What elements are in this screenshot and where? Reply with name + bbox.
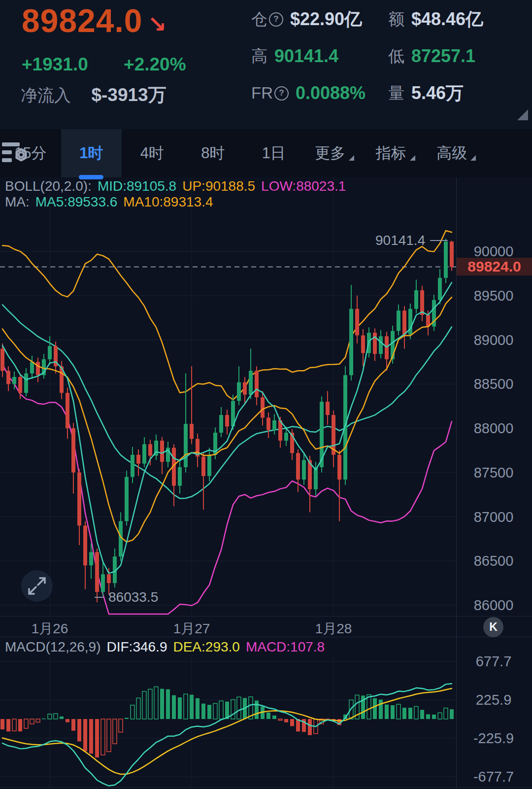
chevron-down-icon	[349, 155, 354, 161]
ma-legend: MA:MA5:89533.6MA10:89313.4	[5, 194, 219, 210]
stat-value: 90141.4	[274, 46, 338, 67]
dif-value: DIF:346.9	[107, 639, 167, 654]
boll-title: BOLL(20,2.0):	[5, 178, 92, 194]
tab-label: 1时	[79, 143, 103, 164]
main-chart[interactable]	[0, 177, 532, 617]
boll-legend: BOLL(20,2.0):MID:89105.8UP:90188.5LOW:88…	[5, 178, 352, 194]
net-inflow-row: 净流入 $-3913万	[21, 83, 166, 107]
high-annotation-text: 90141.4	[375, 233, 425, 248]
low-annotation-text: 86033.5	[108, 589, 158, 605]
high-annotation-pointer	[430, 240, 448, 241]
stat-value: $22.90亿	[290, 7, 362, 32]
price-down-arrow-icon: ↘	[148, 11, 167, 37]
ma5-value: MA5:89533.6	[35, 194, 118, 209]
chart-settings-button[interactable]	[487, 129, 532, 177]
tab-indicators[interactable]: 指标	[365, 129, 426, 177]
stat-value: 0.0088%	[296, 83, 366, 103]
tab-advanced[interactable]: 高级	[426, 129, 487, 177]
ma-title: MA:	[5, 194, 30, 209]
stat-row-低: 低87257.1	[388, 44, 526, 69]
last-price-axis-badge: 89824.0	[457, 258, 532, 275]
low-annotation-pointer	[95, 597, 103, 598]
price-change: +1931.0	[22, 54, 88, 74]
macd-title: MACD(12,26,9)	[5, 639, 101, 654]
tab-label: 4时	[140, 143, 164, 164]
stats-column-left: 仓?$22.90亿高90141.4FR?0.0088%	[251, 7, 384, 118]
y-axis-label: 88000	[456, 420, 531, 436]
expand-arrows-icon	[21, 570, 53, 602]
y-axis-label: 90000	[456, 243, 531, 259]
net-inflow-value: $-3913万	[91, 85, 166, 105]
macd-value: MACD:107.8	[246, 639, 325, 654]
stat-value: 5.46万	[411, 81, 464, 105]
price-change-row: +1931.0 +2.20%	[22, 54, 186, 75]
macd-axis-label: -225.9	[456, 730, 531, 746]
help-icon[interactable]: ?	[269, 12, 283, 27]
y-axis-label: 89500	[456, 288, 531, 304]
tab-8h[interactable]: 8时	[183, 129, 244, 177]
list-gear-icon	[0, 138, 29, 168]
x-axis-date-label: 1月26	[32, 619, 68, 638]
boll-mid-value: MID:89105.8	[98, 178, 176, 194]
stat-row-仓: 仓?$22.90亿	[251, 7, 384, 32]
screen-bottom-divider	[0, 787, 532, 788]
stat-row-FR: FR?0.0088%	[251, 81, 384, 105]
tab-label: 更多	[315, 143, 345, 164]
y-axis-label: 89000	[456, 332, 531, 348]
stat-value: 87257.1	[411, 46, 475, 67]
boll-up-value: UP:90188.5	[182, 178, 255, 194]
net-inflow-label: 净流入	[21, 86, 71, 104]
stats-column-right: 额$48.46亿低87257.1量5.46万	[388, 7, 526, 118]
stat-row-高: 高90141.4	[251, 44, 384, 69]
stats-expand-triangle[interactable]	[517, 109, 528, 120]
stat-label: 量	[388, 82, 404, 104]
stat-label: 低	[388, 45, 404, 68]
tab-1d[interactable]: 1日	[243, 129, 304, 177]
stat-row-额: 额$48.46亿	[388, 7, 526, 32]
boll-low-value: LOW:88023.1	[261, 178, 346, 194]
chart-bottom-divider	[0, 616, 532, 617]
fullscreen-button[interactable]	[21, 570, 53, 602]
tab-4h[interactable]: 4时	[122, 129, 183, 177]
macd-legend: MACD(12,26,9)DIF:346.9DEA:293.0MACD:107.…	[5, 639, 331, 655]
tab-label: 高级	[436, 143, 467, 164]
k-line-button[interactable]: K	[483, 617, 503, 637]
chevron-down-icon	[470, 155, 476, 161]
help-icon[interactable]: ?	[274, 86, 289, 101]
stat-value: $48.46亿	[411, 7, 483, 32]
y-axis-label: 87000	[456, 509, 531, 525]
chevron-down-icon	[410, 155, 415, 161]
stat-label: 高	[251, 45, 267, 68]
y-axis-label: 86000	[456, 597, 531, 613]
macd-axis-label: 225.9	[456, 692, 531, 708]
last-price-value: 89824.0	[22, 2, 143, 39]
x-axis-date-label: 1月28	[315, 619, 352, 638]
price-header: 89824.0↘ +1931.0 +2.20% 净流入 $-3913万 仓?$2…	[0, 0, 532, 129]
tab-label: 1日	[262, 143, 286, 164]
tab-label: 指标	[376, 143, 406, 164]
y-axis-label: 86500	[456, 553, 531, 569]
macd-axis-label: -677.7	[456, 769, 531, 785]
ma10-value: MA10:89313.4	[123, 194, 213, 209]
stat-label: 额	[388, 8, 404, 31]
high-annotation: 90141.4	[375, 233, 448, 248]
tab-1h[interactable]: 1时	[61, 129, 122, 177]
macd-chart[interactable]	[0, 655, 532, 789]
tab-more[interactable]: 更多	[304, 129, 366, 177]
dea-value: DEA:293.0	[173, 639, 239, 654]
stat-label: FR?	[251, 84, 289, 103]
last-price: 89824.0↘	[22, 2, 167, 39]
price-change-pct: +2.20%	[124, 54, 186, 74]
trading-app-screen: 89824.0↘ +1931.0 +2.20% 净流入 $-3913万 仓?$2…	[0, 0, 532, 789]
y-axis-label: 87500	[456, 465, 531, 480]
stat-label: 仓?	[251, 8, 283, 31]
x-axis-date-label: 1月27	[173, 619, 210, 638]
interval-tab-bar: 15分1时4时8时1日更多指标高级	[0, 129, 532, 177]
macd-top-divider	[0, 637, 532, 637]
y-axis-label: 88500	[456, 376, 531, 392]
tab-label: 8时	[201, 143, 225, 164]
stat-row-量: 量5.46万	[388, 81, 526, 105]
low-annotation: 86033.5	[95, 589, 158, 605]
macd-axis-label: 677.7	[456, 653, 531, 669]
